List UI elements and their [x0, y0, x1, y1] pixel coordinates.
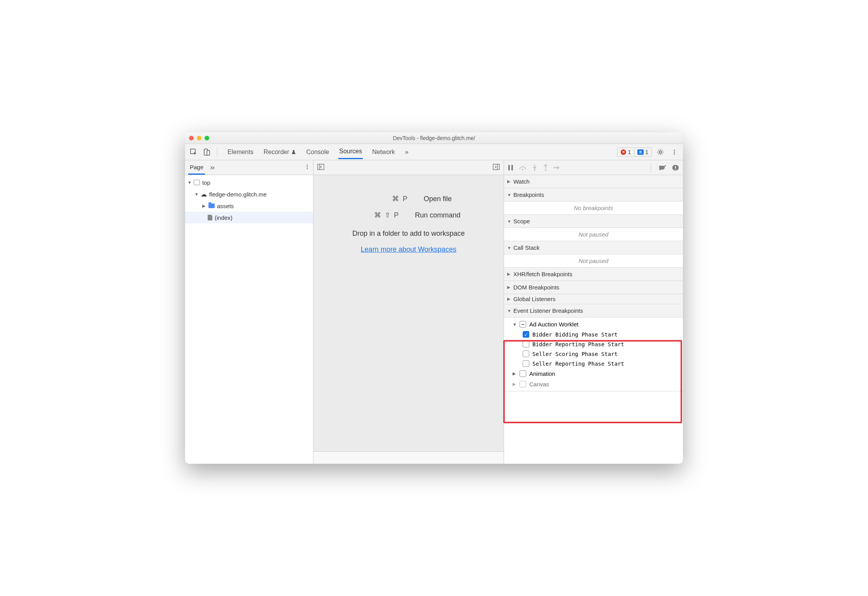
- group-ad-auction[interactable]: − Ad Auction Worklet: [504, 319, 683, 330]
- open-file-keys: ⌘ P: [365, 195, 408, 203]
- tab-recorder[interactable]: Recorder: [263, 145, 297, 159]
- breakpoints-empty: No breakpoints: [504, 202, 683, 214]
- step-over-icon[interactable]: [519, 165, 527, 171]
- checkbox[interactable]: [523, 351, 529, 357]
- deactivate-breakpoints-icon[interactable]: [659, 165, 667, 171]
- group-label: Ad Auction Worklet: [529, 321, 578, 328]
- tab-console[interactable]: Console: [306, 145, 330, 159]
- page-tab[interactable]: Page: [188, 161, 205, 175]
- main-area: Page » top ☁ fledge-demo.glitch.me: [185, 160, 683, 464]
- open-file-label: Open file: [424, 195, 452, 203]
- section-dom[interactable]: DOM Breakpoints: [504, 281, 683, 294]
- section-watch[interactable]: Watch: [504, 175, 683, 188]
- tab-more[interactable]: »: [404, 145, 410, 159]
- event-label: Bidder Reporting Phase Start: [532, 341, 624, 347]
- svg-rect-2: [207, 151, 210, 155]
- section-callstack[interactable]: Call Stack: [504, 241, 683, 254]
- error-badge[interactable]: ✕ 1: [618, 148, 634, 156]
- file-tree: top ☁ fledge-demo.glitch.me assets (inde…: [185, 175, 313, 464]
- tree-domain-label: fledge-demo.glitch.me: [209, 191, 267, 198]
- editor-body: ⌘ P Open file ⌘ ⇧ P Run command Drop in …: [313, 175, 504, 451]
- run-command-label: Run command: [415, 211, 460, 219]
- svg-point-8: [307, 166, 308, 167]
- panel-tabs: Elements Recorder Console Sources Networ…: [227, 145, 615, 159]
- debugger-pane: Watch Breakpoints No breakpoints Scope N…: [504, 160, 683, 464]
- show-navigator-icon[interactable]: [317, 164, 324, 172]
- devtools-window: DevTools - fledge-demo.glitch.me/ Elemen…: [185, 132, 683, 464]
- svg-point-4: [674, 149, 675, 151]
- checkbox[interactable]: [523, 360, 529, 367]
- tree-domain[interactable]: ☁ fledge-demo.glitch.me: [185, 188, 313, 200]
- section-breakpoints[interactable]: Breakpoints: [504, 188, 683, 202]
- show-debugger-icon[interactable]: [493, 164, 500, 172]
- device-icon[interactable]: [201, 147, 212, 158]
- checkbox-indeterminate[interactable]: −: [520, 321, 526, 328]
- pause-on-exceptions-icon[interactable]: [672, 164, 679, 171]
- cloud-icon: ☁: [201, 191, 207, 198]
- open-file-hint: ⌘ P Open file: [365, 195, 452, 203]
- kebab-icon[interactable]: [669, 147, 680, 158]
- window-title: DevTools - fledge-demo.glitch.me/: [185, 135, 683, 141]
- message-count: 1: [645, 149, 648, 155]
- tab-elements[interactable]: Elements: [227, 145, 254, 159]
- tree-top[interactable]: top: [185, 177, 313, 188]
- checkbox[interactable]: [520, 370, 526, 377]
- svg-rect-21: [675, 166, 676, 168]
- divider: [651, 163, 651, 172]
- editor-footer: [313, 451, 504, 464]
- page-tabs-more[interactable]: »: [210, 163, 215, 172]
- file-icon: [208, 215, 212, 221]
- chevron-down-icon: [194, 192, 198, 196]
- message-icon: [637, 149, 644, 155]
- tab-network[interactable]: Network: [371, 145, 396, 159]
- tab-recorder-label: Recorder: [264, 149, 289, 156]
- svg-point-7: [307, 165, 308, 166]
- toolbar-right: ✕ 1 1: [617, 147, 680, 158]
- svg-rect-22: [675, 169, 676, 170]
- editor-pane: ⌘ P Open file ⌘ ⇧ P Run command Drop in …: [313, 160, 504, 464]
- event-item-3[interactable]: Seller Reporting Phase Start: [504, 359, 683, 368]
- group-label: Canvas: [529, 381, 549, 387]
- svg-point-16: [522, 169, 523, 170]
- editor-tabs: [313, 160, 504, 175]
- settings-icon[interactable]: [655, 147, 666, 158]
- section-global[interactable]: Global Listeners: [504, 294, 683, 304]
- main-toolbar: Elements Recorder Console Sources Networ…: [185, 144, 683, 160]
- inspect-icon[interactable]: [188, 147, 199, 158]
- step-out-icon[interactable]: [543, 164, 548, 171]
- event-item-0[interactable]: ✓ Bidder Bidding Phase Start: [504, 330, 683, 339]
- chevron-right-icon: [513, 382, 516, 387]
- checkbox-checked[interactable]: ✓: [523, 331, 529, 338]
- checkbox[interactable]: [520, 381, 526, 387]
- svg-point-5: [674, 151, 675, 153]
- group-animation[interactable]: Animation: [504, 368, 683, 379]
- step-into-icon[interactable]: [532, 164, 537, 171]
- message-badge[interactable]: 1: [634, 148, 651, 156]
- tree-file[interactable]: (index): [185, 212, 313, 223]
- titlebar: DevTools - fledge-demo.glitch.me/: [185, 132, 683, 144]
- event-item-1[interactable]: Bidder Reporting Phase Start: [504, 339, 683, 349]
- chevron-down-icon: [187, 180, 191, 185]
- status-badges[interactable]: ✕ 1 1: [617, 147, 652, 157]
- page-kebab-icon[interactable]: [304, 164, 310, 171]
- svg-rect-10: [318, 164, 324, 170]
- checkbox[interactable]: [523, 341, 529, 347]
- folder-icon: [208, 203, 215, 208]
- error-icon: ✕: [621, 149, 626, 155]
- scope-empty: Not paused: [504, 228, 683, 241]
- workspace-link[interactable]: Learn more about Workspaces: [361, 245, 457, 254]
- svg-rect-15: [511, 165, 513, 170]
- pause-icon[interactable]: [508, 165, 513, 171]
- event-label: Seller Reporting Phase Start: [532, 361, 624, 367]
- debugger-toolbar: [504, 160, 683, 175]
- tab-sources[interactable]: Sources: [338, 145, 363, 159]
- section-xhr[interactable]: XHR/fetch Breakpoints: [504, 268, 683, 281]
- svg-point-17: [534, 169, 536, 171]
- run-command-keys: ⌘ ⇧ P: [357, 211, 399, 219]
- step-icon[interactable]: [554, 165, 561, 170]
- section-event-listener[interactable]: Event Listener Breakpoints: [504, 304, 683, 317]
- tree-folder[interactable]: assets: [185, 200, 313, 212]
- event-item-2[interactable]: Seller Scoring Phase Start: [504, 349, 683, 359]
- group-canvas[interactable]: Canvas: [504, 379, 683, 389]
- section-scope[interactable]: Scope: [504, 215, 683, 228]
